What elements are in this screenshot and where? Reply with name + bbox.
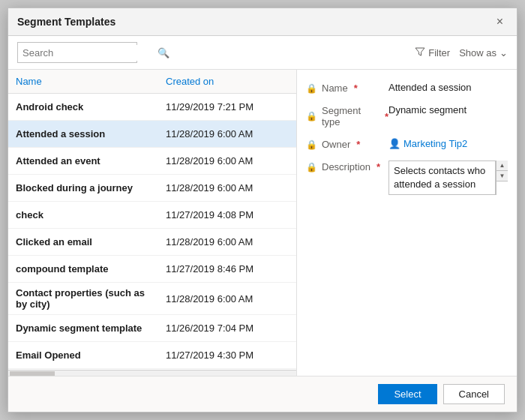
detail-label-owner: 🔒 Owner * (306, 138, 388, 150)
detail-row-name: 🔒 Name * Attended a session (306, 82, 508, 94)
required-marker-owner: * (356, 139, 360, 150)
list-row[interactable]: Android check 11/29/2019 7:21 PM (8, 94, 296, 121)
detail-label-name: 🔒 Name * (306, 82, 388, 94)
search-input[interactable] (18, 45, 153, 61)
horizontal-scrollbar[interactable] (8, 370, 296, 376)
column-header-date[interactable]: Created on (158, 74, 296, 88)
list-row[interactable]: Attended an event 11/28/2019 6:00 AM (8, 148, 296, 175)
person-icon: 👤 (388, 138, 400, 149)
select-button[interactable]: Select (378, 384, 436, 404)
detail-label-segment-type-text: Segment type (322, 105, 379, 128)
toolbar: 🔍 Filter Show as ⌄ (8, 36, 517, 70)
list-row[interactable]: check 11/27/2019 4:08 PM (8, 202, 296, 229)
description-textbox: Selects contacts who attended a session (388, 160, 496, 195)
list-panel: Name Created on Android check 11/29/2019… (8, 70, 297, 376)
dialog-title: Segment Templates (17, 16, 116, 28)
cell-date: 11/28/2019 6:00 AM (158, 124, 296, 144)
toolbar-right: Filter Show as ⌄ (415, 46, 508, 59)
scrollbar-thumb (10, 371, 55, 376)
close-button[interactable]: × (492, 14, 508, 29)
description-text: Selects contacts who attended a session (389, 161, 495, 194)
cell-date: 11/27/2019 8:46 PM (158, 259, 296, 279)
detail-label-description: 🔒 Description * (306, 160, 388, 172)
detail-row-owner: 🔒 Owner * 👤 Marketing Tip2 (306, 138, 508, 150)
list-row[interactable]: Clicked an email 11/28/2019 6:00 AM (8, 229, 296, 256)
scroll-down-button[interactable]: ▼ (496, 171, 508, 182)
cell-date: 11/28/2019 6:00 AM (158, 178, 296, 198)
search-box: 🔍 (17, 42, 137, 63)
cell-date: 11/28/2019 6:00 AM (158, 232, 296, 252)
list-row[interactable]: Attended a session 11/28/2019 6:00 AM (8, 121, 296, 148)
list-row[interactable]: Dynamic segment template 11/26/2019 7:04… (8, 315, 296, 342)
cell-name: Blocked during a journey (8, 178, 158, 198)
cell-date: 11/27/2019 4:08 PM (158, 205, 296, 225)
lock-icon-description: 🔒 (306, 162, 317, 172)
filter-icon (415, 46, 425, 59)
lock-icon-owner: 🔒 (306, 140, 317, 150)
scroll-up-button[interactable]: ▲ (496, 160, 508, 171)
chevron-down-icon: ⌄ (500, 47, 508, 58)
cell-name: check (8, 205, 158, 225)
cell-date: 11/29/2019 7:21 PM (158, 97, 296, 117)
detail-row-description: 🔒 Description * Selects contacts who att… (306, 160, 508, 195)
detail-value-name: Attended a session (388, 82, 508, 93)
cell-name: Attended a session (8, 124, 158, 144)
cell-name: Contact properties (such as by city) (8, 283, 158, 314)
detail-value-segment-type: Dynamic segment (388, 104, 508, 116)
detail-label-segment-type: 🔒 Segment type * (306, 104, 388, 128)
detail-value-owner[interactable]: Marketing Tip2 (404, 138, 508, 149)
cell-date: 11/27/2019 4:30 PM (158, 345, 296, 365)
detail-label-name-text: Name (322, 82, 348, 94)
search-icon-button[interactable]: 🔍 (153, 47, 174, 58)
detail-value-owner-wrap: 👤 Marketing Tip2 (388, 138, 508, 149)
cell-name: Attended an event (8, 151, 158, 171)
cell-date: 11/28/2019 6:00 AM (158, 289, 296, 309)
required-marker-description: * (376, 161, 380, 172)
detail-description-container: Selects contacts who attended a session … (388, 160, 508, 195)
list-row[interactable]: Blocked during a journey 11/28/2019 6:00… (8, 175, 296, 202)
list-row[interactable]: Email Opened 11/27/2019 4:30 PM (8, 342, 296, 369)
detail-label-owner-text: Owner (322, 139, 350, 150)
dialog-body: Name Created on Android check 11/29/2019… (8, 70, 517, 376)
required-marker-name: * (354, 82, 358, 94)
title-bar: Segment Templates × (8, 8, 517, 36)
cell-name: Android check (8, 97, 158, 117)
list-row[interactable]: compound template 11/27/2019 8:46 PM (8, 256, 296, 283)
cell-date: 11/26/2019 7:04 PM (158, 318, 296, 338)
cell-name: compound template (8, 259, 158, 279)
cell-name: Email Opened (8, 345, 158, 365)
show-as-button[interactable]: Show as ⌄ (459, 47, 508, 58)
show-as-label: Show as (459, 47, 496, 58)
cell-date: 11/28/2019 6:00 AM (158, 151, 296, 171)
cell-name: Clicked an email (8, 232, 158, 252)
detail-panel: 🔒 Name * Attended a session 🔒 Segment ty… (297, 70, 517, 376)
cancel-button[interactable]: Cancel (443, 384, 505, 404)
cell-name: Dynamic segment template (8, 318, 158, 338)
column-header-name[interactable]: Name (8, 74, 158, 88)
lock-icon-segment-type: 🔒 (306, 111, 317, 122)
description-scroll-buttons: ▲ ▼ (496, 160, 508, 195)
list-header: Name Created on (8, 70, 296, 94)
detail-row-segment-type: 🔒 Segment type * Dynamic segment (306, 104, 508, 128)
filter-label: Filter (428, 47, 450, 58)
detail-label-description-text: Description (322, 161, 370, 172)
dialog-footer: Select Cancel (8, 376, 517, 412)
lock-icon-name: 🔒 (306, 83, 317, 94)
list-row[interactable]: Contact properties (such as by city) 11/… (8, 283, 296, 315)
segment-templates-dialog: Segment Templates × 🔍 Filter Show as ⌄ (8, 8, 518, 412)
search-icon: 🔍 (158, 47, 170, 58)
list-scroll-area[interactable]: Android check 11/29/2019 7:21 PM Attende… (8, 94, 296, 370)
filter-button[interactable]: Filter (415, 46, 450, 59)
